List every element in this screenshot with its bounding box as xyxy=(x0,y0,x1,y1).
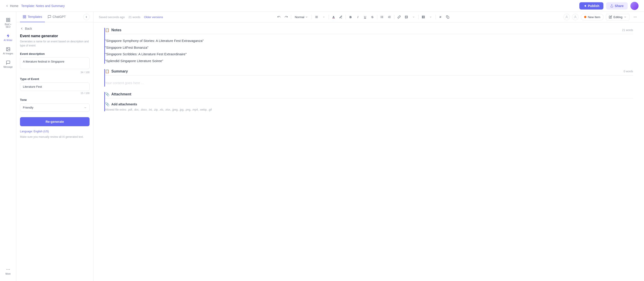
language-value[interactable]: English (US) xyxy=(34,130,49,133)
event-description-input[interactable]: A literature festival in Singapore xyxy=(20,57,90,69)
editor-meta: Saved seconds ago 21 words Older version… xyxy=(99,15,163,19)
older-versions-link[interactable]: Older versions xyxy=(144,15,163,19)
svg-point-33 xyxy=(566,16,567,17)
editor-area: Saved seconds ago 21 words Older version… xyxy=(94,12,644,281)
word-count: 21 words xyxy=(128,15,140,19)
breadcrumb-prefix: Template: xyxy=(21,4,35,8)
collaborator-avatar-2[interactable] xyxy=(572,14,578,20)
panel-collapse-button[interactable] xyxy=(83,14,90,20)
table-options-button[interactable] xyxy=(427,13,434,20)
table-icon xyxy=(422,15,425,18)
underline-button[interactable]: U xyxy=(362,13,368,20)
top-bar-left: Home Template: Notes and Summary xyxy=(6,4,65,8)
align-icon xyxy=(315,15,318,18)
text-color-button[interactable]: A xyxy=(330,13,337,20)
editing-chevron-icon xyxy=(624,16,626,18)
clear-format-button[interactable] xyxy=(437,13,444,20)
sidebar-item-more[interactable]: More xyxy=(1,265,16,277)
svg-point-34 xyxy=(575,16,576,17)
notes-section: 📋 Notes 21 words "Singapore Symphony of … xyxy=(104,28,633,64)
sidebar-item-message[interactable]: Message xyxy=(1,58,16,70)
svg-rect-11 xyxy=(23,17,24,18)
copy-format-button[interactable] xyxy=(444,13,451,20)
summary-section-header: 📋 Summary 0 words xyxy=(105,69,633,75)
new-item-dot xyxy=(584,16,586,18)
type-of-event-label: Type of Event xyxy=(20,77,90,81)
style-selector[interactable]: Normal xyxy=(292,14,310,20)
image-options-button[interactable] xyxy=(410,13,417,20)
copy-icon xyxy=(446,15,449,18)
editor-content[interactable]: 📋 Notes 21 words "Singapore Symphony of … xyxy=(94,22,644,281)
home-link[interactable]: Home xyxy=(6,4,18,8)
numbered-list-icon xyxy=(388,15,391,18)
svg-rect-12 xyxy=(25,17,26,18)
sidebar-label-ai-images: AI Images xyxy=(3,52,13,55)
panel-body: Back Event name generator Generates a na… xyxy=(16,22,93,281)
more-options-button[interactable] xyxy=(632,13,638,20)
align-options-button[interactable] xyxy=(320,13,327,20)
add-attachments-button[interactable]: 📎 Add attachments xyxy=(105,102,633,106)
sidebar-item-brief-seo[interactable]: Brief + SEO xyxy=(1,15,16,30)
toolbar-divider-7 xyxy=(418,15,418,19)
publish-button[interactable]: Publish xyxy=(579,2,604,9)
table-button[interactable] xyxy=(420,13,427,20)
undo-button[interactable] xyxy=(276,13,282,20)
summary-placeholder[interactable]: Your content goes here ... xyxy=(105,79,633,87)
dots-icon xyxy=(6,267,10,272)
image-button[interactable] xyxy=(403,13,410,20)
back-button[interactable]: Back xyxy=(20,27,90,30)
more-dots-icon xyxy=(633,15,637,19)
svg-point-6 xyxy=(6,269,7,270)
attachment-icon: 📎 xyxy=(105,92,110,96)
svg-point-5 xyxy=(7,48,8,49)
tab-chatgpt[interactable]: ChatGPT xyxy=(45,12,68,22)
edit-icon xyxy=(609,15,612,18)
collaborator-avatar-1[interactable] xyxy=(564,14,570,20)
breadcrumb-link[interactable]: Notes and Summary xyxy=(36,4,65,8)
new-item-button[interactable]: New Item xyxy=(581,14,604,20)
svg-point-26 xyxy=(406,16,406,17)
share-button[interactable]: Share xyxy=(606,2,628,9)
event-description-counter: 34 / 100 xyxy=(20,71,90,74)
tone-select[interactable]: Friendly Professional Casual Formal xyxy=(20,103,90,112)
sidebar-item-ai-writer[interactable]: AI Writer xyxy=(1,31,16,44)
svg-rect-27 xyxy=(422,16,425,18)
regenerate-button[interactable]: Re-generate xyxy=(20,117,90,126)
toolbar-divider-6 xyxy=(394,15,394,19)
strikethrough-button[interactable]: S xyxy=(369,13,376,20)
publish-icon xyxy=(584,4,587,7)
tab-templates[interactable]: Templates xyxy=(20,12,45,22)
svg-point-35 xyxy=(634,17,634,17)
highlight-button[interactable] xyxy=(338,13,344,20)
bullet-list-button[interactable] xyxy=(379,13,386,20)
svg-rect-32 xyxy=(447,16,449,18)
attachment-title-row: 📎 Attachment xyxy=(105,92,131,96)
type-of-event-counter: 15 / 100 xyxy=(20,92,90,94)
attachments-allowed-text: Allowed file extns: .pdf, .doc, .docx, .… xyxy=(105,108,633,111)
chevron-down-icon xyxy=(305,16,308,18)
add-attachments-label: Add attachments xyxy=(111,102,137,106)
svg-point-20 xyxy=(381,17,381,17)
toolbar-divider-5 xyxy=(377,15,377,19)
top-bar-right: Publish Share xyxy=(579,2,638,10)
notes-line-3: "Singapore Scribbles: A Literature Fest … xyxy=(105,51,633,57)
new-item-label: New Item xyxy=(588,15,600,19)
attachment-section: 📎 Attachment 📎 Add attachments Allowed f… xyxy=(104,92,633,111)
toolbar-divider-3 xyxy=(328,15,329,19)
italic-button[interactable]: I xyxy=(354,13,361,20)
notes-content[interactable]: "Singapore Symphony of Stories: A Litera… xyxy=(105,38,633,64)
sidebar-item-ai-images[interactable]: AI Images xyxy=(1,45,16,57)
editing-mode-button[interactable]: Editing xyxy=(606,14,630,20)
panel-tabs: Templates ChatGPT xyxy=(16,12,93,22)
regenerate-label: Re-generate xyxy=(46,120,64,123)
notes-title: Notes xyxy=(111,28,121,32)
type-of-event-input[interactable]: Literature Fest xyxy=(20,82,90,91)
avatar[interactable] xyxy=(630,2,638,10)
link-button[interactable] xyxy=(396,13,402,20)
icon-sidebar: Brief + SEO AI Writer AI Images Message … xyxy=(0,12,16,281)
numbered-list-button[interactable] xyxy=(386,13,393,20)
collapse-icon xyxy=(85,15,88,18)
align-button[interactable] xyxy=(313,13,320,20)
redo-button[interactable] xyxy=(283,13,290,20)
bold-button[interactable]: B xyxy=(347,13,354,20)
